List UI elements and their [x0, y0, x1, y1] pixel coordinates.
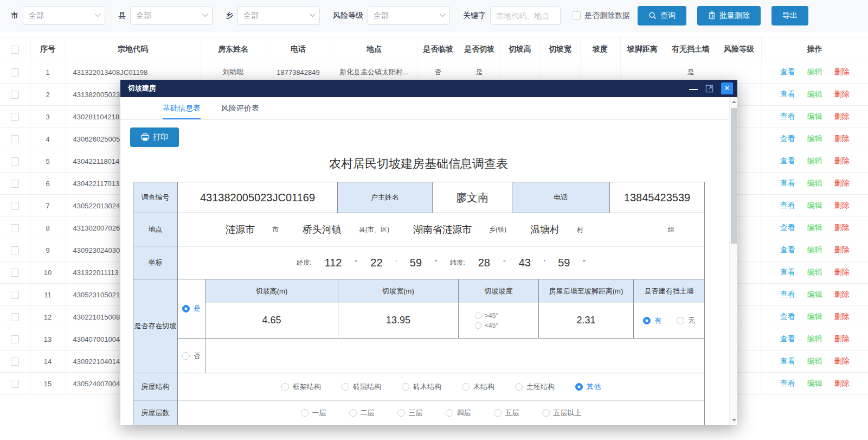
structure-option-2[interactable]: 砖木结构 — [402, 382, 441, 392]
view-link[interactable]: 查看 — [780, 178, 795, 187]
close-icon[interactable]: ✕ — [721, 82, 733, 94]
view-link[interactable]: 查看 — [780, 290, 795, 298]
delete-data-checkbox[interactable] — [573, 11, 581, 20]
del-link[interactable]: 删除 — [834, 356, 850, 365]
row-checkbox[interactable] — [11, 68, 19, 76]
scroll-up-icon[interactable] — [730, 98, 737, 106]
structure-option-1[interactable]: 砖混结构 — [342, 382, 381, 392]
row-checkbox[interactable] — [11, 113, 19, 121]
del-link[interactable]: 删除 — [834, 379, 850, 387]
view-link[interactable]: 查看 — [780, 112, 795, 120]
floors-option-3[interactable]: 四层 — [446, 408, 471, 418]
row-checkbox[interactable] — [11, 180, 19, 188]
risk-level-select[interactable]: 全部 — [368, 7, 450, 25]
view-link[interactable]: 查看 — [780, 379, 795, 387]
row-checkbox[interactable] — [11, 246, 19, 254]
modal-header[interactable]: 切坡建房 ✕ — [120, 80, 737, 97]
del-link[interactable]: 删除 — [834, 134, 850, 143]
scroll-down-icon[interactable] — [730, 416, 737, 424]
floors-option-4[interactable]: 五层 — [494, 408, 519, 418]
cut-angle-option-1[interactable]: <45° — [475, 322, 498, 329]
floors-option-0[interactable]: 一层 — [301, 408, 326, 418]
edit-link[interactable]: 编辑 — [807, 112, 822, 120]
del-link[interactable]: 删除 — [834, 267, 850, 276]
row-checkbox[interactable] — [11, 313, 19, 321]
row-checkbox[interactable] — [11, 224, 19, 232]
edit-link[interactable]: 编辑 — [807, 67, 822, 76]
view-link[interactable]: 查看 — [780, 201, 795, 209]
edit-link[interactable]: 编辑 — [807, 334, 822, 343]
structure-option-3[interactable]: 木结构 — [462, 382, 494, 392]
row-checkbox[interactable] — [11, 358, 19, 366]
view-link[interactable]: 查看 — [780, 356, 795, 365]
structure-option-0[interactable]: 框架结构 — [281, 382, 321, 392]
edit-link[interactable]: 编辑 — [807, 245, 822, 254]
del-link[interactable]: 删除 — [834, 312, 850, 321]
del-link[interactable]: 删除 — [834, 290, 850, 298]
view-link[interactable]: 查看 — [780, 90, 795, 98]
structure-option-5[interactable]: 其他 — [575, 382, 601, 392]
export-button[interactable]: 导出 — [771, 6, 808, 25]
view-link[interactable]: 查看 — [780, 245, 795, 254]
edit-link[interactable]: 编辑 — [807, 201, 822, 209]
del-link[interactable]: 删除 — [834, 156, 850, 165]
cut-exist-no-option[interactable]: 否 — [178, 339, 205, 373]
view-link[interactable]: 查看 — [780, 67, 795, 76]
edit-link[interactable]: 编辑 — [807, 267, 822, 276]
select-all-checkbox[interactable] — [11, 46, 19, 54]
edit-link[interactable]: 编辑 — [807, 90, 822, 98]
print-button[interactable]: 打印 — [130, 127, 179, 147]
scroll-thumb[interactable] — [731, 108, 737, 244]
del-link[interactable]: 删除 — [834, 245, 850, 254]
retaining-wall-option-1[interactable]: 无 — [677, 316, 695, 326]
row-checkbox[interactable] — [11, 269, 19, 277]
cut-angle-option-0[interactable]: >45° — [475, 312, 498, 320]
minimize-icon[interactable] — [689, 89, 698, 90]
edit-link[interactable]: 编辑 — [807, 379, 822, 387]
tab-risk-evaluation[interactable]: 风险评价表 — [221, 104, 259, 119]
city-select[interactable]: 全部 — [23, 7, 105, 25]
view-link[interactable]: 查看 — [780, 223, 795, 232]
row-checkbox[interactable] — [11, 380, 19, 388]
batch-delete-button[interactable]: 批量删除 — [697, 6, 761, 25]
county-select[interactable]: 全部 — [130, 7, 213, 25]
column-header-9: 坡度 — [580, 37, 620, 61]
query-button[interactable]: 查询 — [638, 6, 686, 25]
township-select[interactable]: 全部 — [237, 7, 320, 25]
edit-link[interactable]: 编辑 — [807, 178, 822, 187]
tab-basic-info[interactable]: 基础信息表 — [163, 104, 201, 119]
view-link[interactable]: 查看 — [780, 312, 795, 321]
cut-exist-yes-option[interactable]: 是 — [178, 279, 205, 338]
row-checkbox[interactable] — [11, 335, 19, 343]
del-link[interactable]: 删除 — [834, 67, 850, 76]
del-link[interactable]: 删除 — [834, 178, 850, 187]
floors-option-5[interactable]: 五层以上 — [542, 408, 582, 418]
edit-link[interactable]: 编辑 — [807, 356, 822, 365]
floors-option-2[interactable]: 三层 — [397, 408, 423, 418]
row-checkbox[interactable] — [11, 202, 19, 210]
edit-link[interactable]: 编辑 — [807, 290, 822, 298]
del-link[interactable]: 删除 — [834, 90, 850, 98]
row-checkbox[interactable] — [11, 91, 19, 99]
del-link[interactable]: 删除 — [834, 201, 850, 209]
view-link[interactable]: 查看 — [780, 334, 795, 343]
retaining-wall-option-0[interactable]: 有 — [643, 316, 661, 326]
maximize-icon[interactable] — [705, 85, 713, 93]
del-link[interactable]: 删除 — [834, 223, 850, 232]
edit-link[interactable]: 编辑 — [807, 223, 822, 232]
floors-option-1[interactable]: 二层 — [349, 408, 375, 418]
view-link[interactable]: 查看 — [780, 134, 795, 143]
view-link[interactable]: 查看 — [780, 156, 795, 165]
edit-link[interactable]: 编辑 — [807, 134, 822, 143]
del-link[interactable]: 删除 — [834, 112, 850, 120]
keyword-input[interactable] — [490, 7, 561, 25]
del-link[interactable]: 删除 — [834, 334, 850, 343]
edit-link[interactable]: 编辑 — [807, 156, 822, 165]
row-checkbox[interactable] — [11, 291, 19, 299]
view-link[interactable]: 查看 — [780, 267, 795, 276]
row-checkbox[interactable] — [11, 135, 19, 143]
structure-option-4[interactable]: 土坯结构 — [515, 382, 555, 392]
modal-scrollbar[interactable] — [729, 97, 737, 425]
edit-link[interactable]: 编辑 — [807, 312, 822, 321]
row-checkbox[interactable] — [11, 157, 19, 165]
